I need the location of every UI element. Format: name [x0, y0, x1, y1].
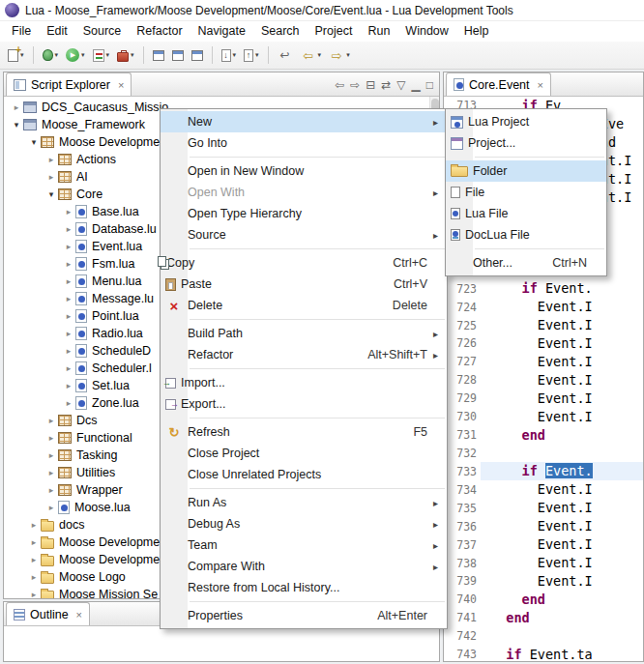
- expand-arrow-icon[interactable]: ▸: [62, 311, 75, 321]
- tab-core-event[interactable]: Core.Event ×: [446, 72, 551, 96]
- submenu-item-folder[interactable]: Folder: [446, 160, 606, 182]
- menubar-search[interactable]: Search: [253, 21, 307, 42]
- menu-item-debug-as[interactable]: Debug As▸: [161, 513, 447, 534]
- expand-arrow-icon[interactable]: ▸: [62, 224, 75, 234]
- expand-arrow-icon[interactable]: ▸: [62, 259, 75, 269]
- code-line-739[interactable]: 739 Event.I: [444, 572, 643, 591]
- expand-arrow-icon[interactable]: ▸: [62, 294, 75, 303]
- submenu-item-doclua-file[interactable]: DocLua File: [446, 224, 606, 245]
- code-line-736[interactable]: 736 Event.I: [444, 517, 643, 535]
- menu-item-export[interactable]: Export...: [161, 393, 447, 415]
- expand-arrow-icon[interactable]: ▸: [62, 207, 75, 217]
- expand-arrow-icon[interactable]: ▸: [27, 572, 41, 582]
- menubar-run[interactable]: Run: [360, 21, 397, 42]
- close-icon[interactable]: ×: [538, 79, 543, 91]
- previous-annotation-button[interactable]: ▾: [241, 44, 262, 66]
- coverage-button[interactable]: ▾: [90, 44, 113, 66]
- collapse-arrow-icon[interactable]: ▾: [10, 120, 23, 130]
- expand-arrow-icon[interactable]: ▸: [62, 381, 75, 390]
- menu-item-paste[interactable]: PasteCtrl+V: [161, 274, 447, 295]
- code-line-729[interactable]: 729 Event.I: [444, 390, 643, 408]
- debug-button[interactable]: ▾: [40, 44, 62, 66]
- code-line-738[interactable]: 738 Event.I: [444, 554, 643, 572]
- menubar-refactor[interactable]: Refactor: [129, 21, 190, 42]
- collapse-arrow-icon[interactable]: ▾: [27, 137, 41, 147]
- new-lua-project-button[interactable]: [150, 44, 167, 66]
- code-line-731[interactable]: 731 end: [444, 426, 643, 445]
- back-icon[interactable]: ⇦: [335, 78, 344, 92]
- code-line-741[interactable]: 741 end: [444, 609, 643, 627]
- view-menu-icon[interactable]: ▽: [396, 78, 405, 92]
- code-line-735[interactable]: 735 Event.I: [444, 499, 643, 517]
- expand-arrow-icon[interactable]: ▸: [44, 468, 58, 477]
- open-element-button[interactable]: [169, 44, 187, 66]
- close-icon[interactable]: ×: [76, 609, 82, 621]
- menu-item-source[interactable]: Source▸: [161, 224, 447, 245]
- tab-script-explorer[interactable]: Script Explorer ×: [6, 72, 132, 96]
- expand-arrow-icon[interactable]: ▸: [44, 155, 58, 164]
- maximize-icon[interactable]: □: [426, 78, 433, 92]
- menubar-file[interactable]: File: [4, 21, 39, 42]
- expand-arrow-icon[interactable]: ▸: [62, 398, 75, 408]
- submenu-item-lua-project[interactable]: Lua Project: [446, 111, 606, 132]
- minimize-icon[interactable]: ▁: [412, 78, 421, 92]
- submenu-item-project[interactable]: Project...: [446, 132, 606, 154]
- expand-arrow-icon[interactable]: ▸: [44, 433, 58, 443]
- menu-item-close-unrelated-projects[interactable]: Close Unrelated Projects: [161, 464, 447, 485]
- code-line-730[interactable]: 730 Event.I: [444, 408, 643, 426]
- code-line-734[interactable]: 734 Event.I: [444, 480, 643, 499]
- menu-item-import[interactable]: Import...: [161, 372, 447, 393]
- code-line-742[interactable]: 742: [444, 627, 643, 646]
- close-icon[interactable]: ×: [118, 79, 124, 91]
- menu-item-open-in-new-window[interactable]: Open in New Window: [161, 160, 447, 182]
- code-line-732[interactable]: 732: [444, 445, 643, 463]
- menu-item-build-path[interactable]: Build Path▸: [161, 323, 447, 344]
- expand-arrow-icon[interactable]: ▸: [44, 416, 58, 425]
- code-line-726[interactable]: 726 Event.I: [444, 334, 643, 353]
- forward-icon[interactable]: ⇨: [350, 78, 360, 92]
- new-wizard-button[interactable]: ▾: [5, 44, 27, 66]
- code-line-737[interactable]: 737 Event.I: [444, 535, 643, 554]
- tab-outline[interactable]: Outline ×: [6, 602, 90, 625]
- external-tools-button[interactable]: ▾: [114, 44, 137, 66]
- code-line-724[interactable]: 724 Event.I: [444, 298, 643, 316]
- code-line-740[interactable]: 740 end: [444, 591, 643, 609]
- collapse-arrow-icon[interactable]: ▾: [44, 189, 58, 199]
- forward-button[interactable]: ⇨▾: [326, 44, 353, 66]
- next-annotation-button[interactable]: ▾: [219, 44, 240, 66]
- back-button[interactable]: ⇦▾: [298, 44, 325, 66]
- expand-arrow-icon[interactable]: ▸: [27, 555, 41, 564]
- menubar-navigate[interactable]: Navigate: [190, 21, 253, 42]
- code-line-728[interactable]: 728 Event.I: [444, 371, 643, 390]
- expand-arrow-icon[interactable]: ▸: [62, 329, 75, 338]
- expand-arrow-icon[interactable]: ▸: [62, 346, 75, 356]
- link-with-editor-icon[interactable]: ⇄: [381, 78, 391, 92]
- menubar-source[interactable]: Source: [75, 21, 130, 42]
- submenu-item-file[interactable]: File: [446, 182, 606, 203]
- menu-item-copy[interactable]: CopyCtrl+C: [161, 252, 447, 274]
- last-edit-location-button[interactable]: ↩: [275, 44, 296, 66]
- code-line-723[interactable]: 723 if Event.: [444, 279, 643, 298]
- expand-arrow-icon[interactable]: ▸: [62, 242, 75, 251]
- submenu-item-lua-file[interactable]: Lua File: [446, 203, 606, 224]
- menubar-window[interactable]: Window: [397, 21, 455, 42]
- menu-item-new[interactable]: New▸: [161, 111, 447, 132]
- expand-arrow-icon[interactable]: ▸: [62, 363, 75, 373]
- expand-arrow-icon[interactable]: ▸: [27, 590, 41, 598]
- menu-item-refresh[interactable]: RefreshF5: [161, 421, 447, 443]
- menu-item-properties[interactable]: PropertiesAlt+Enter: [161, 605, 447, 626]
- menubar-help[interactable]: Help: [456, 21, 497, 42]
- menu-item-delete[interactable]: DeleteDelete: [161, 295, 447, 316]
- code-line-725[interactable]: 725 Event.I: [444, 316, 643, 334]
- menu-item-open-with[interactable]: Open With▸: [161, 182, 447, 203]
- expand-arrow-icon[interactable]: ▸: [10, 102, 23, 112]
- menubar-edit[interactable]: Edit: [39, 21, 75, 42]
- menu-item-run-as[interactable]: Run As▸: [161, 492, 447, 513]
- menu-item-go-into[interactable]: Go Into: [161, 132, 447, 154]
- expand-arrow-icon[interactable]: ▸: [44, 172, 58, 182]
- menu-item-team[interactable]: Team▸: [161, 534, 447, 556]
- expand-arrow-icon[interactable]: ▸: [44, 485, 58, 495]
- expand-arrow-icon[interactable]: ▸: [27, 537, 41, 547]
- menu-item-restore-from-local-history[interactable]: Restore from Local History...: [161, 577, 447, 598]
- submenu-item-other[interactable]: Other...Ctrl+N: [446, 252, 606, 274]
